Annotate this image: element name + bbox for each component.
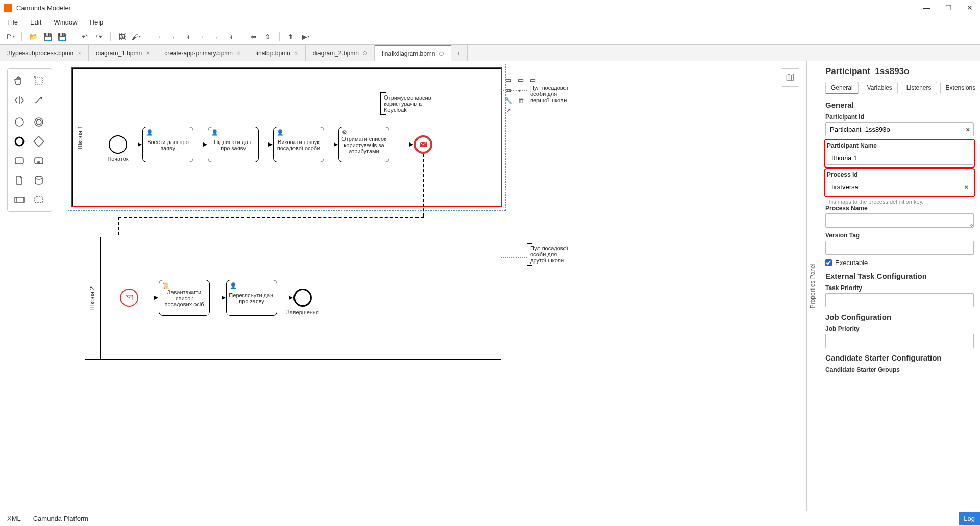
lasso-tool[interactable] bbox=[29, 71, 48, 90]
save-button[interactable]: 💾 bbox=[41, 31, 54, 43]
close-button[interactable]: ✕ bbox=[964, 4, 976, 12]
connect-tool[interactable] bbox=[29, 90, 48, 110]
task-get-users[interactable]: ⚙ Отримати список користувачів за атрибу… bbox=[338, 127, 389, 162]
job-priority-input[interactable] bbox=[825, 334, 974, 348]
annotation-pool1[interactable]: Пул посадової особи для першої школи bbox=[527, 83, 573, 105]
task-search[interactable]: 👤 Виконати пошук посадової особи bbox=[273, 127, 324, 162]
tab-label: diagram_1.bpmn bbox=[96, 50, 142, 57]
ctx-lane-two[interactable]: ▭ bbox=[516, 75, 526, 85]
clear-icon[interactable]: × bbox=[964, 183, 968, 191]
sequence-flow[interactable] bbox=[193, 145, 207, 145]
data-store-tool[interactable] bbox=[29, 171, 48, 190]
message-catch-event[interactable] bbox=[120, 289, 138, 307]
minimize-button[interactable]: — bbox=[921, 4, 933, 12]
process-id-input[interactable] bbox=[827, 180, 972, 194]
tab-5[interactable]: finalkdiagram.bpmn bbox=[375, 45, 451, 61]
clear-icon[interactable]: × bbox=[966, 126, 970, 133]
participant-name-input[interactable] bbox=[827, 151, 972, 165]
sequence-flow[interactable] bbox=[210, 298, 225, 298]
menu-edit[interactable]: Edit bbox=[25, 17, 46, 27]
pool-2[interactable]: Школа 2 📜 Завантажити список посадових о… bbox=[85, 237, 501, 360]
tab-0[interactable]: 3typessubprocess.bpmn× bbox=[0, 45, 89, 61]
menu-window[interactable]: Window bbox=[48, 17, 82, 27]
sequence-flow[interactable] bbox=[389, 145, 413, 145]
tab-4[interactable]: diagram_2.bpmn bbox=[306, 45, 375, 61]
participant-id-input[interactable] bbox=[825, 122, 974, 136]
main-area: Школа 1 Початок 👤 Внести дані про заяву … bbox=[0, 61, 980, 511]
ctx-connect[interactable]: ↗ bbox=[503, 105, 513, 115]
image-button[interactable]: 🖼 bbox=[116, 31, 128, 43]
ctx-delete[interactable]: 🗑 bbox=[516, 95, 526, 105]
align-top-button[interactable]: ⫠ bbox=[196, 31, 208, 43]
sequence-flow[interactable] bbox=[139, 298, 158, 298]
data-object-tool[interactable] bbox=[10, 171, 29, 190]
align-center-button[interactable]: ⫟ bbox=[167, 31, 180, 43]
menu-bar: File Edit Window Help bbox=[0, 15, 980, 29]
new-file-button[interactable]: 🗋▾ bbox=[4, 31, 16, 43]
version-tag-input[interactable] bbox=[825, 241, 974, 255]
task-priority-input[interactable] bbox=[825, 293, 974, 307]
close-icon[interactable]: × bbox=[237, 50, 240, 57]
deploy-button[interactable]: ⬆ bbox=[285, 31, 297, 43]
task-enter-data[interactable]: 👤 Внести дані про заяву bbox=[142, 127, 193, 162]
prop-tab-listeners[interactable]: Listeners bbox=[901, 82, 937, 94]
dist-v-button[interactable]: ⇕ bbox=[262, 31, 274, 43]
menu-file[interactable]: File bbox=[2, 17, 23, 27]
run-button[interactable]: ▶▾ bbox=[299, 31, 311, 43]
sequence-flow[interactable] bbox=[128, 145, 141, 145]
align-right-button[interactable]: ⫞ bbox=[182, 31, 194, 43]
minimap-button[interactable] bbox=[781, 68, 799, 87]
tab-2[interactable]: create-app-primary.bpmn× bbox=[157, 45, 248, 61]
color-button[interactable]: 🖌▾ bbox=[130, 31, 142, 43]
task-load-list[interactable]: 📜 Завантажити список посадових осіб bbox=[159, 280, 210, 316]
dist-h-button[interactable]: ⇔ bbox=[248, 31, 260, 43]
ctx-lane-above[interactable]: ▭ bbox=[503, 75, 513, 85]
task-tool[interactable] bbox=[10, 151, 29, 171]
pool-tool[interactable] bbox=[10, 190, 29, 209]
canvas[interactable]: Школа 1 Початок 👤 Внести дані про заяву … bbox=[52, 61, 806, 511]
menu-help[interactable]: Help bbox=[85, 17, 109, 27]
redo-button[interactable]: ↷ bbox=[93, 31, 105, 43]
annotation-keycloak[interactable]: Отримуємо масив користувачів із Keycloak bbox=[380, 92, 436, 115]
close-icon[interactable]: × bbox=[146, 50, 150, 57]
align-left-button[interactable]: ⫠ bbox=[153, 31, 165, 43]
sequence-flow[interactable] bbox=[259, 145, 272, 145]
space-tool[interactable] bbox=[10, 90, 29, 110]
group-tool[interactable] bbox=[29, 190, 48, 209]
tab-1[interactable]: diagram_1.bpmn× bbox=[89, 45, 157, 61]
task-review[interactable]: 👤 Переглянути дані про заяву bbox=[226, 280, 277, 316]
align-bottom-button[interactable]: ⫞ bbox=[225, 31, 237, 43]
sequence-flow[interactable] bbox=[324, 145, 337, 145]
prop-tab-variables[interactable]: Variables bbox=[862, 82, 898, 94]
process-name-input[interactable] bbox=[825, 213, 974, 228]
end-event-tool[interactable] bbox=[10, 132, 29, 151]
pool-1[interactable]: Школа 1 Початок 👤 Внести дані про заяву … bbox=[72, 68, 501, 206]
maximize-button[interactable]: ☐ bbox=[942, 4, 954, 12]
end-event[interactable]: Завершення bbox=[293, 289, 312, 307]
undo-button[interactable]: ↶ bbox=[79, 31, 91, 43]
prop-tab-extensions[interactable]: Extensions bbox=[940, 82, 980, 94]
prop-tab-general[interactable]: General bbox=[825, 82, 859, 94]
close-icon[interactable]: × bbox=[78, 50, 81, 57]
gateway-tool[interactable] bbox=[29, 132, 48, 151]
ctx-wrench[interactable]: 🔧 bbox=[503, 95, 513, 105]
sequence-flow[interactable] bbox=[277, 298, 292, 298]
subprocess-tool[interactable] bbox=[29, 151, 48, 171]
open-file-button[interactable]: 📂 bbox=[27, 31, 39, 43]
message-throw-event[interactable] bbox=[414, 135, 432, 154]
align-middle-button[interactable]: ⫟ bbox=[210, 31, 223, 43]
save-all-button[interactable]: 💾 bbox=[56, 31, 68, 43]
message-flow[interactable] bbox=[118, 217, 424, 218]
tab-3[interactable]: finalbp.bpmn× bbox=[248, 45, 306, 61]
task-sign-data[interactable]: 👤 Підписати дані про заяву bbox=[208, 127, 259, 162]
tab-add[interactable]: + bbox=[451, 45, 468, 61]
close-icon[interactable]: × bbox=[295, 50, 298, 57]
executable-checkbox[interactable] bbox=[825, 259, 832, 266]
start-event[interactable]: Початок bbox=[109, 135, 127, 154]
intermediate-event-tool[interactable] bbox=[29, 112, 48, 132]
properties-toggle[interactable]: Properties Panel bbox=[807, 61, 819, 511]
start-event-tool[interactable] bbox=[10, 112, 29, 132]
annotation-pool2[interactable]: Пул посадової особи для другої школи bbox=[527, 243, 573, 266]
hand-tool[interactable] bbox=[10, 71, 29, 90]
message-flow[interactable] bbox=[423, 154, 424, 217]
